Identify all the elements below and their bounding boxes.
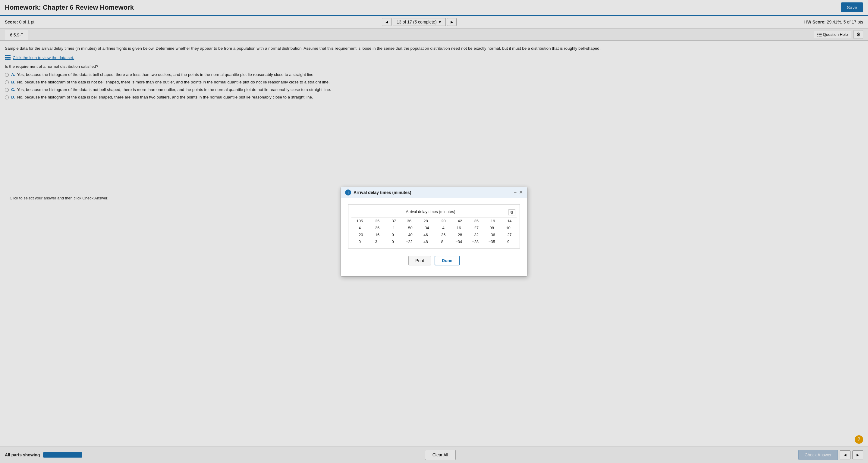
table-cell: 28 xyxy=(417,217,434,223)
modal-title: Arrival delay times (minutes) xyxy=(353,190,411,195)
modal-minimize-button[interactable]: − xyxy=(514,190,517,195)
table-cell: −42 xyxy=(451,217,467,223)
table-body: 105−25−373628−20−42−35−19−144−35−1−50−34… xyxy=(351,217,517,223)
data-modal: i Arrival delay times (minutes) − ✕ Arri… xyxy=(341,187,527,224)
table-header: Arrival delay times (minutes) ⧉ xyxy=(351,207,517,218)
table-cell: 36 xyxy=(401,217,417,223)
modal-title-area: i Arrival delay times (minutes) xyxy=(345,190,411,196)
data-table-container: Arrival delay times (minutes) ⧉ 105−25−3… xyxy=(348,204,520,224)
modal-controls: − ✕ xyxy=(514,190,523,195)
table-cell: −14 xyxy=(500,217,517,223)
modal-overlay: i Arrival delay times (minutes) − ✕ Arri… xyxy=(0,0,868,223)
modal-close-button[interactable]: ✕ xyxy=(519,190,523,195)
table-cell: −20 xyxy=(434,217,451,223)
table-row: 105−25−373628−20−42−35−19−14 xyxy=(351,217,517,223)
table-cell: −35 xyxy=(467,217,484,223)
data-table: Arrival delay times (minutes) ⧉ 105−25−3… xyxy=(351,207,517,224)
table-cell: 105 xyxy=(351,217,368,223)
table-cell: −19 xyxy=(484,217,500,223)
modal-info-icon: i xyxy=(345,190,351,196)
table-cell: −25 xyxy=(368,217,384,223)
modal-header: i Arrival delay times (minutes) − ✕ xyxy=(341,187,527,198)
table-cell: −37 xyxy=(384,217,401,223)
modal-body: Arrival delay times (minutes) ⧉ 105−25−3… xyxy=(341,198,527,224)
copy-button[interactable]: ⧉ xyxy=(508,209,516,216)
